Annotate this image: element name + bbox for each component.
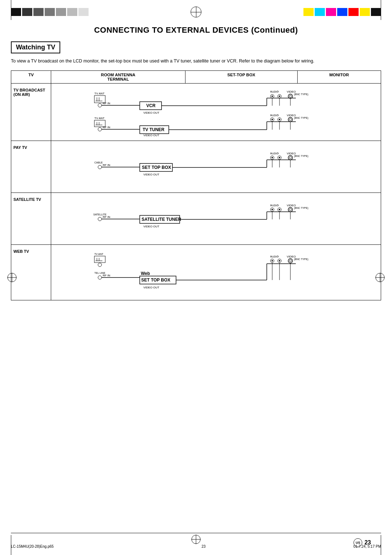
row-label-webtv: WEB TV [11,244,51,300]
svg-point-135 [288,259,293,263]
svg-text:VIDEO OUT: VIDEO OUT [143,173,159,176]
paytv-diagram: CABLE RF IN SET TOP BOX VIDEO OUT [54,145,378,188]
section-title: Watching TV [11,41,60,53]
svg-text:RF IN: RF IN [103,102,110,105]
page-number: 23 [364,539,371,546]
svg-point-56 [288,117,293,122]
diagram-cell-broadcast: TV ANT RF IN VCR VIDE [51,83,381,141]
svg-point-87 [98,217,102,221]
svg-text:r: r [270,114,271,116]
svg-point-80 [288,155,293,160]
col-header-stb: SET-TOP BOX [185,70,297,83]
svg-text:(BNC TYPE): (BNC TYPE) [294,207,309,210]
svg-point-54 [279,119,280,120]
page-badge: US 23 [354,538,371,547]
svg-point-76 [271,157,273,158]
svg-point-39 [98,127,102,131]
svg-text:VIDEO OUT: VIDEO OUT [143,111,159,114]
col-header-antenna: ROOM ANTENNATERMINAL [51,70,185,83]
svg-text:L: L [278,114,279,116]
svg-text:r: r [270,204,271,206]
table-row: PAY TV CABLE RF IN SET TOP BOX VIDEO OUT [11,141,381,193]
colorbar-left [11,8,89,16]
row-label-broadcast: TV BROADCAST(ON AIR) [11,83,51,141]
svg-text:RF IN: RF IN [103,274,110,277]
diagram-cell-satellite: SATELLITE RF IN SATELLITE TUNER VIDEO OU… [51,193,381,244]
diagram-cell-webtv: TV ANT TEL LINE RF IN [51,244,381,300]
svg-text:r: r [270,152,271,154]
svg-text:TV TUNER: TV TUNER [143,127,164,132]
top-crosshair [89,7,303,17]
svg-text:VIDEO OUT: VIDEO OUT [143,134,159,136]
svg-text:SET TOP BOX: SET TOP BOX [141,278,170,283]
svg-point-29 [289,95,291,97]
svg-text:(BNC TYPE): (BNC TYPE) [294,258,309,261]
svg-text:SATELLITE TUNER: SATELLITE TUNER [142,217,181,222]
svg-text:TV ANT: TV ANT [94,117,105,120]
table-row: WEB TV TV ANT TEL LINE [11,244,381,300]
svg-point-81 [289,157,291,159]
svg-rect-111 [94,256,105,263]
svg-text:TV ANT: TV ANT [94,253,103,255]
svg-point-102 [279,209,280,210]
svg-text:(BNC TYPE): (BNC TYPE) [294,117,309,119]
table-row: TV BROADCAST(ON AIR) TV ANT [11,83,381,141]
footer-center: 23 [201,544,205,548]
svg-text:L: L [278,90,279,92]
svg-text:VCR: VCR [146,103,156,108]
svg-point-24 [271,96,273,97]
diagram-cell-paytv: CABLE RF IN SET TOP BOX VIDEO OUT [51,141,381,193]
colorbar-right [303,8,381,16]
svg-point-78 [279,157,280,158]
satellite-diagram: SATELLITE RF IN SATELLITE TUNER VIDEO OU… [54,197,378,240]
svg-point-57 [289,118,291,121]
svg-text:TV ANT: TV ANT [94,92,105,95]
webtv-diagram: TV ANT TEL LINE RF IN [54,248,378,296]
svg-point-133 [279,260,280,262]
svg-point-115 [98,263,102,267]
svg-text:(BNC TYPE): (BNC TYPE) [294,155,309,158]
row-label-paytv: PAY TV [11,141,51,193]
svg-point-28 [288,94,293,98]
bottom-bar: LC-15M4U(20-28)Eng.p65 23 01.7.24, 5:17 … [11,544,381,548]
svg-text:VIDEO OUT: VIDEO OUT [143,225,159,228]
svg-point-11 [98,104,102,107]
svg-point-100 [271,209,273,210]
svg-text:r: r [270,255,271,257]
svg-text:CABLE: CABLE [94,161,103,164]
top-bar [0,7,392,17]
svg-text:RF IN: RF IN [103,126,110,129]
svg-point-52 [271,119,273,120]
intro-text: To view a TV broadcast on the LCD monito… [11,58,381,65]
svg-text:L: L [278,152,279,154]
svg-point-136 [289,260,291,262]
svg-point-131 [271,260,273,262]
diagram-table: TV ROOM ANTENNATERMINAL SET-TOP BOX MONI… [11,70,381,300]
svg-text:RF IN: RF IN [103,163,110,167]
svg-point-105 [289,208,291,211]
svg-text:L: L [278,255,279,257]
svg-text:RF IN: RF IN [103,215,110,219]
footer-left: LC-15M4U(20-28)Eng.p65 [11,544,54,548]
svg-text:L: L [278,204,279,206]
svg-text:SET TOP BOX: SET TOP BOX [142,165,171,170]
col-header-monitor: MONITOR [297,70,381,83]
bottom-crosshair [191,535,201,544]
us-badge: US [354,538,362,547]
svg-point-26 [279,96,280,97]
bottom-line [11,533,381,533]
row-label-satellite: SATELLITE TV [11,193,51,244]
broadcast-diagram: TV ANT RF IN VCR VIDE [54,87,378,136]
svg-point-104 [288,207,293,212]
svg-point-117 [98,276,102,279]
svg-text:r: r [270,90,271,92]
svg-text:(BNC TYPE): (BNC TYPE) [294,93,309,96]
svg-point-63 [98,165,102,169]
col-header-tv: TV [11,70,51,83]
table-row: SATELLITE TV SATELLITE RF IN SATELLITE T… [11,193,381,244]
main-content: CONNECTING TO EXTERNAL DEVICES (Continue… [11,25,381,526]
svg-text:VIDEO OUT: VIDEO OUT [143,286,159,289]
page-title: CONNECTING TO EXTERNAL DEVICES (Continue… [11,25,381,35]
svg-text:Web: Web [141,271,150,276]
